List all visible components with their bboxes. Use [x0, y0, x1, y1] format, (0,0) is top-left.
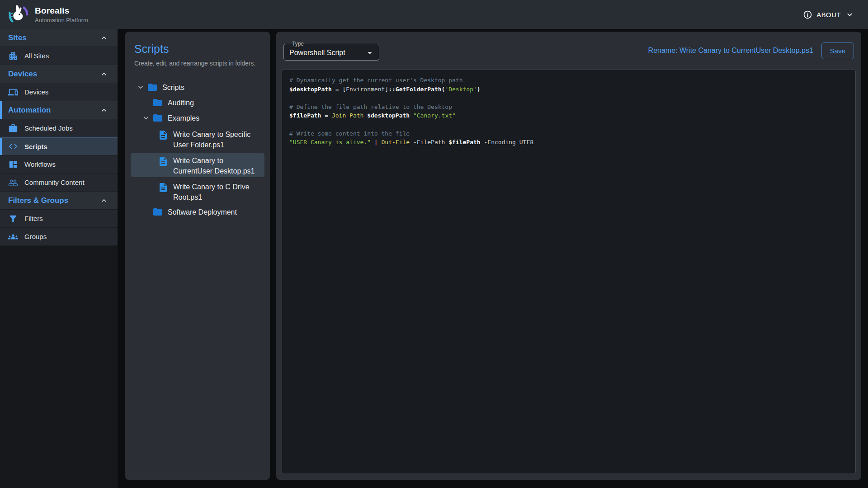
script-type-select[interactable]: Type Powershell Script — [283, 41, 379, 61]
code-token-comment: # Write some content into the file — [289, 130, 410, 137]
sidebar-item-groups[interactable]: Groups — [0, 228, 118, 246]
code-line: # Define the file path relative to the D… — [289, 103, 848, 112]
code-line — [289, 120, 848, 129]
sidebar-section-sites[interactable]: Sites — [0, 29, 118, 47]
code-token-plain: = — [321, 112, 331, 119]
folder-icon — [147, 82, 158, 93]
code-token-comment: # Dynamically get the current user's Des… — [289, 77, 463, 84]
folder-icon — [152, 113, 163, 123]
folder-icon — [152, 97, 163, 108]
folder-icon — [152, 206, 163, 217]
page-title: Scripts — [134, 42, 261, 56]
code-token-string: "USER Canary is alive." — [289, 139, 371, 145]
sidebar-section-label: Filters & Groups — [8, 196, 68, 205]
tree-item-label: Auditing — [168, 98, 194, 108]
code-token-cmdlet: Out-File — [382, 139, 410, 145]
code-token-plain: | — [371, 139, 381, 145]
code-line: # Write some content into the file — [289, 129, 848, 138]
sidebar-item-workflows[interactable]: Workflows — [0, 155, 118, 174]
sidebar-item-scheduled-jobs[interactable]: Scheduled Jobs — [0, 119, 118, 137]
workflows-icon — [8, 160, 18, 169]
scripts-tree: ScriptsAuditingExamplesWrite Canary to S… — [125, 80, 270, 220]
code-token-string: "Canary.txt" — [413, 112, 456, 119]
sidebar-item-filters[interactable]: Filters — [0, 210, 118, 228]
info-icon — [803, 10, 812, 19]
type-select-label: Type — [290, 41, 306, 47]
sidebar-section-devices[interactable]: Devices — [0, 65, 118, 83]
tree-item-label: Write Canary to CurrentUser Desktop.ps1 — [173, 155, 259, 176]
chevron-up-icon — [99, 106, 108, 115]
editor-toolbar: Type Powershell Script Rename: Write Can… — [276, 32, 861, 61]
code-token-func: ::GetFolderPath( — [388, 86, 445, 93]
filter-icon — [8, 214, 18, 224]
code-editor[interactable]: # Dynamically get the current user's Des… — [282, 70, 856, 474]
tree-file-write-canary-to-specific-user-folder-ps1[interactable]: Write Canary to Specific User Folder.ps1 — [125, 126, 270, 152]
code-line: $desktopPath = [Environment]::GetFolderP… — [289, 85, 848, 94]
chevron-up-icon — [99, 196, 108, 205]
file-icon — [158, 130, 169, 141]
dropdown-caret-icon — [364, 47, 375, 58]
sidebar-item-label: Groups — [24, 233, 47, 240]
sidebar-item-label: Scripts — [24, 143, 47, 150]
type-select-value: Powershell Script — [289, 49, 345, 57]
groups-icon — [8, 232, 18, 242]
sidebar-section-automation[interactable]: Automation — [0, 101, 118, 119]
sidebar: SitesAll SitesDevicesDevicesAutomationSc… — [0, 29, 118, 246]
code-token-string: 'Desktop' — [445, 86, 476, 93]
people-icon — [8, 178, 18, 188]
sidebar-item-label: Scheduled Jobs — [24, 124, 73, 132]
code-token-variable: $desktopPath — [367, 112, 410, 119]
code-token-plain: -Encoding UTF8 — [481, 139, 533, 145]
tree-folder-scripts[interactable]: Scripts — [125, 80, 270, 95]
sidebar-section-filters-groups[interactable]: Filters & Groups — [0, 192, 118, 210]
save-button[interactable]: Save — [821, 42, 854, 59]
code-icon — [8, 141, 18, 151]
chevron-up-icon — [99, 33, 108, 42]
tree-file-write-canary-to-currentuser-desktop-ps1[interactable]: Write Canary to CurrentUser Desktop.ps1 — [125, 152, 270, 178]
code-line: $filePath = Join-Path $desktopPath "Cana… — [289, 111, 848, 120]
code-line: "USER Canary is alive." | Out-File -File… — [289, 138, 848, 147]
sidebar-item-all-sites[interactable]: All Sites — [0, 47, 118, 65]
chevron-down-icon — [845, 10, 854, 19]
code-token-variable: $desktopPath — [289, 86, 332, 93]
building-icon — [8, 51, 18, 61]
sidebar-item-scripts[interactable]: Scripts — [0, 137, 118, 155]
code-line — [289, 94, 848, 103]
file-icon — [158, 182, 169, 193]
chevron-down-icon — [136, 83, 145, 92]
sidebar-item-label: Community Content — [24, 178, 85, 186]
tree-item-label: Write Canary to C Drive Root.ps1 — [173, 182, 259, 202]
tree-folder-auditing[interactable]: Auditing — [125, 95, 270, 110]
sidebar-item-label: Filters — [24, 215, 43, 222]
tree-item-label: Write Canary to Specific User Folder.ps1 — [173, 129, 259, 150]
app-title-block: Borealis Automation Platform — [35, 6, 88, 23]
about-label: ABOUT — [816, 11, 841, 19]
app-name: Borealis — [35, 6, 88, 16]
sidebar-section-label: Sites — [8, 33, 27, 42]
sidebar-item-community-content[interactable]: Community Content — [0, 174, 118, 192]
app-header: Borealis Automation Platform ABOUT — [0, 0, 868, 29]
code-token-plain: -FilePath — [410, 139, 448, 145]
chevron-down-icon — [142, 113, 151, 122]
devices-icon — [8, 87, 18, 97]
chevron-up-icon — [99, 70, 108, 79]
sidebar-item-label: Workflows — [24, 160, 56, 168]
tree-folder-software-deployment[interactable]: Software Deployment — [125, 204, 270, 220]
borealis-logo-icon — [7, 4, 29, 25]
page-subtitle: Create, edit, and rearrange scripts in f… — [134, 60, 261, 67]
tree-file-write-canary-to-c-drive-root-ps1[interactable]: Write Canary to C Drive Root.ps1 — [125, 178, 270, 204]
code-token-plain — [410, 112, 413, 119]
sidebar-item-label: All Sites — [24, 52, 49, 60]
briefcase-icon — [8, 123, 18, 133]
about-menu[interactable]: ABOUT — [803, 10, 854, 19]
scripts-panel: Scripts Create, edit, and rearrange scri… — [125, 32, 270, 480]
code-line: # Dynamically get the current user's Des… — [289, 76, 848, 85]
tree-item-label: Scripts — [162, 82, 184, 93]
code-token-variable: $filePath — [289, 112, 321, 119]
sidebar-item-devices[interactable]: Devices — [0, 83, 118, 101]
code-token-cmdlet: Join-Path — [332, 112, 363, 119]
rename-link[interactable]: Rename: Write Canary to CurrentUser Desk… — [648, 47, 813, 55]
tree-item-label: Examples — [168, 113, 199, 123]
tree-folder-examples[interactable]: Examples — [125, 110, 270, 126]
sidebar-section-label: Automation — [8, 106, 51, 115]
